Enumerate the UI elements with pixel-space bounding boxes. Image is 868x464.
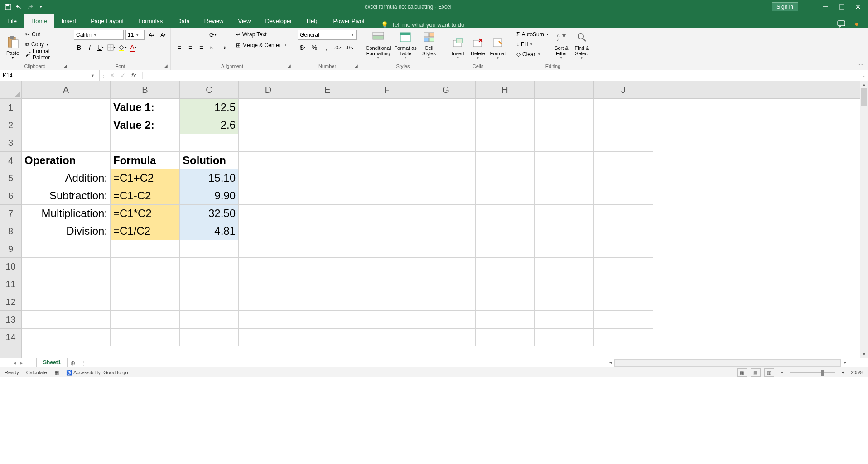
cell-B9[interactable] bbox=[111, 240, 180, 258]
cell-G10[interactable] bbox=[416, 258, 476, 276]
formula-input[interactable] bbox=[143, 70, 859, 81]
cell-C13[interactable] bbox=[180, 311, 239, 329]
row-header-4[interactable]: 4 bbox=[0, 152, 21, 169]
italic-button[interactable]: I bbox=[85, 43, 95, 53]
cell-A3[interactable] bbox=[22, 134, 111, 152]
cell-D1[interactable] bbox=[239, 99, 298, 116]
cell-F13[interactable] bbox=[357, 311, 416, 329]
redo-icon[interactable] bbox=[26, 3, 34, 10]
col-header-D[interactable]: D bbox=[239, 81, 298, 98]
cell-C10[interactable] bbox=[180, 258, 239, 276]
pagelayout-view-icon[interactable]: ▤ bbox=[751, 368, 761, 377]
cell-F7[interactable] bbox=[357, 205, 416, 222]
copy-button[interactable]: ⧉Copy▾ bbox=[24, 40, 66, 49]
scroll-down-icon[interactable]: ▼ bbox=[860, 351, 868, 358]
scroll-up-icon[interactable]: ▲ bbox=[860, 81, 868, 88]
cell-B13[interactable] bbox=[111, 311, 180, 329]
cell-I4[interactable] bbox=[535, 152, 594, 169]
cell-A2[interactable] bbox=[22, 116, 111, 134]
cell-I10[interactable] bbox=[535, 258, 594, 276]
cell-C5[interactable]: 15.10 bbox=[180, 169, 239, 187]
decrease-decimal-icon[interactable]: .0↘ bbox=[345, 43, 355, 53]
cell-D9[interactable] bbox=[239, 240, 298, 258]
sortfilter-button[interactable]: AZ Sort & Filter▾ bbox=[552, 30, 571, 60]
cell-C2[interactable]: 2.6 bbox=[180, 116, 239, 134]
cell-G8[interactable] bbox=[416, 222, 476, 240]
col-header-H[interactable]: H bbox=[476, 81, 535, 98]
align-center-icon[interactable]: ≡ bbox=[185, 43, 195, 53]
cell-F4[interactable] bbox=[357, 152, 416, 169]
cell-H10[interactable] bbox=[476, 258, 535, 276]
status-accessibility[interactable]: ♿ Accessibility: Good to go bbox=[66, 370, 128, 376]
cell-H2[interactable] bbox=[476, 116, 535, 134]
pagebreak-view-icon[interactable]: ▥ bbox=[764, 368, 774, 377]
cell-I3[interactable] bbox=[535, 134, 594, 152]
cell-D6[interactable] bbox=[239, 187, 298, 205]
tab-powerpivot[interactable]: Power Pivot bbox=[326, 14, 371, 28]
cell-C14[interactable] bbox=[180, 329, 239, 346]
cell-G12[interactable] bbox=[416, 293, 476, 311]
font-launcher-icon[interactable]: ◢ bbox=[164, 63, 169, 69]
accounting-format-button[interactable]: $▾ bbox=[298, 43, 308, 53]
row-header-10[interactable]: 10 bbox=[0, 258, 21, 276]
cell-A6[interactable]: Subtraction: bbox=[22, 187, 111, 205]
row-header-1[interactable]: 1 bbox=[0, 99, 21, 116]
qat-dropdown-icon[interactable]: ▾ bbox=[37, 3, 44, 10]
cell-F14[interactable] bbox=[357, 329, 416, 346]
cell-E10[interactable] bbox=[298, 258, 357, 276]
cell-G9[interactable] bbox=[416, 240, 476, 258]
cell-F10[interactable] bbox=[357, 258, 416, 276]
format-table-button[interactable]: Format as Table▾ bbox=[394, 30, 417, 60]
align-bottom-icon[interactable]: ≡ bbox=[196, 30, 206, 40]
cell-I1[interactable] bbox=[535, 99, 594, 116]
cell-E9[interactable] bbox=[298, 240, 357, 258]
font-size-combo[interactable]: 11▼ bbox=[125, 30, 145, 40]
pending-dot-icon[interactable]: ● bbox=[854, 20, 859, 28]
cell-C6[interactable]: 9.90 bbox=[180, 187, 239, 205]
tab-formulas[interactable]: Formulas bbox=[131, 14, 170, 28]
tab-data[interactable]: Data bbox=[170, 14, 197, 28]
row-header-12[interactable]: 12 bbox=[0, 293, 21, 311]
underline-button[interactable]: U▾ bbox=[96, 43, 106, 53]
cell-I2[interactable] bbox=[535, 116, 594, 134]
cancel-formula-icon[interactable]: ✕ bbox=[107, 72, 117, 79]
cell-J7[interactable] bbox=[594, 205, 653, 222]
tab-view[interactable]: View bbox=[231, 14, 258, 28]
cell-C1[interactable]: 12.5 bbox=[180, 99, 239, 116]
cell-J2[interactable] bbox=[594, 116, 653, 134]
cell-J5[interactable] bbox=[594, 169, 653, 187]
cell-E7[interactable] bbox=[298, 205, 357, 222]
cell-B10[interactable] bbox=[111, 258, 180, 276]
cell-F5[interactable] bbox=[357, 169, 416, 187]
insert-cells-button[interactable]: Insert▾ bbox=[449, 30, 467, 60]
cell-D5[interactable] bbox=[239, 169, 298, 187]
fill-button[interactable]: ↓Fill▾ bbox=[515, 40, 550, 49]
cell-F3[interactable] bbox=[357, 134, 416, 152]
tab-developer[interactable]: Developer bbox=[258, 14, 299, 28]
alignment-launcher-icon[interactable]: ◢ bbox=[287, 63, 293, 69]
close-icon[interactable] bbox=[853, 1, 863, 12]
scroll-right-icon[interactable]: ▸ bbox=[841, 360, 849, 365]
cell-D8[interactable] bbox=[239, 222, 298, 240]
zoom-level[interactable]: 205% bbox=[851, 370, 863, 375]
cell-G1[interactable] bbox=[416, 99, 476, 116]
row-header-3[interactable]: 3 bbox=[0, 134, 21, 152]
horizontal-scrollbar[interactable]: ◂ ▸ bbox=[614, 359, 841, 367]
cell-D4[interactable] bbox=[239, 152, 298, 169]
tab-home[interactable]: Home bbox=[24, 14, 54, 28]
cell-D2[interactable] bbox=[239, 116, 298, 134]
cell-A9[interactable] bbox=[22, 240, 111, 258]
name-box[interactable]: ▼ bbox=[0, 70, 100, 81]
cell-H8[interactable] bbox=[476, 222, 535, 240]
font-name-combo[interactable]: Calibri▼ bbox=[74, 30, 124, 40]
row-header-11[interactable]: 11 bbox=[0, 276, 21, 293]
cell-E2[interactable] bbox=[298, 116, 357, 134]
vertical-scrollbar[interactable]: ▲ ▼ bbox=[860, 81, 868, 358]
cell-B14[interactable] bbox=[111, 329, 180, 346]
cell-G11[interactable] bbox=[416, 276, 476, 293]
cell-E1[interactable] bbox=[298, 99, 357, 116]
cell-J10[interactable] bbox=[594, 258, 653, 276]
tab-review[interactable]: Review bbox=[197, 14, 231, 28]
cell-C11[interactable] bbox=[180, 276, 239, 293]
align-left-icon[interactable]: ≡ bbox=[174, 43, 184, 53]
